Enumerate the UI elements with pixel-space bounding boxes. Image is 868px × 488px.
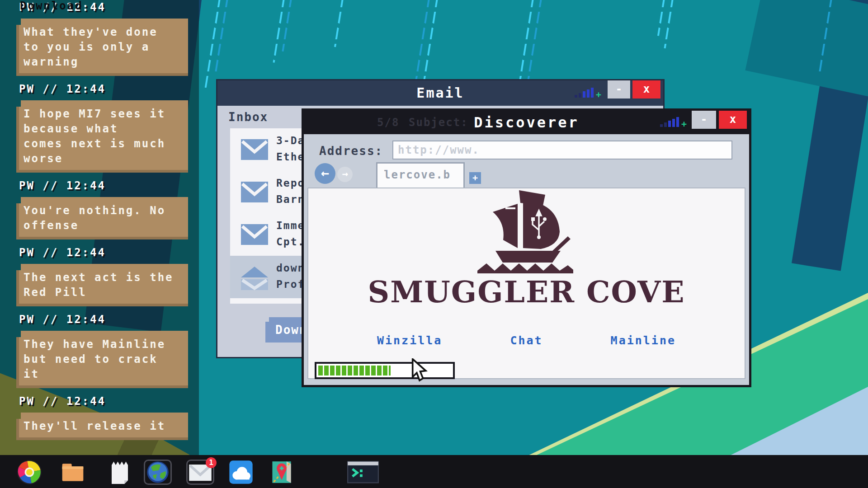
chat-message-bubble: They have Mainline but need to crack it (16, 331, 188, 388)
email-sender-text: Cpt. (276, 236, 305, 248)
chat-message-bubble: You're nothing. No offense (16, 197, 188, 239)
chat-panel: point? they have PW // 12:44DownloadWhat… (0, 0, 199, 455)
site-link-chat[interactable]: Chat (510, 334, 542, 347)
taskbar-notepad-icon[interactable] (106, 460, 134, 485)
pirate-ship-logo (475, 189, 579, 274)
chat-timestamp: PW // 12:44 (19, 394, 199, 408)
taskbar-map-icon[interactable] (268, 460, 296, 485)
mail-unread-badge: 1 (206, 457, 217, 468)
taskbar-folder-icon[interactable] (59, 460, 87, 485)
download-glitch-text: Download (20, 0, 83, 13)
browser-signal-icon: + (660, 117, 687, 127)
browser-tab[interactable]: lercove.b (376, 162, 465, 188)
chat-timestamp: PW // 12:44Download (19, 0, 199, 14)
webpage-content: SMUGGLER COVE WinzillaChatMainline (307, 188, 745, 379)
address-input[interactable] (392, 141, 732, 160)
chat-timestamp: PW // 12:44 (19, 82, 199, 96)
email-subject-text: Imme (276, 220, 305, 231)
desktop-band-dark-teal (745, 0, 868, 100)
site-link-winzilla[interactable]: Winzilla (377, 334, 442, 347)
chat-timestamp: PW // 12:44 (19, 246, 199, 259)
chat-message-bubble: The next act is the Red Pill (16, 264, 188, 306)
taskbar-mail-icon[interactable]: 1 (186, 460, 214, 485)
chat-timestamp: PW // 12:44 (19, 313, 199, 326)
site-title: SMUGGLER COVE (308, 274, 745, 310)
email-subject-ghost: Subject: (409, 116, 468, 129)
chat-timestamp: PW // 12:44 (19, 179, 199, 192)
email-signal-icon: + (575, 88, 601, 98)
email-count-ghost: 5/8 (377, 116, 399, 129)
mouse-cursor (410, 358, 429, 382)
forward-button[interactable]: → (337, 167, 353, 182)
new-tab-button[interactable]: + (469, 172, 481, 184)
chat-message-bubble: They'll release it (16, 413, 188, 440)
envelope-icon (241, 224, 268, 245)
address-label: Address: (319, 144, 383, 158)
open-envelope-icon (241, 267, 268, 290)
email-sender-text: Prof (276, 278, 305, 290)
taskbar-rainbow-browser-icon[interactable] (15, 460, 43, 485)
email-minimize-button[interactable]: - (608, 80, 630, 99)
taskbar: 1 (0, 455, 868, 488)
email-inbox-label: Inbox (228, 110, 268, 124)
email-close-button[interactable]: x (632, 80, 660, 99)
taskbar-terminal-icon[interactable] (346, 460, 380, 485)
browser-minimize-button[interactable]: - (692, 111, 716, 129)
download-progress-bar (315, 362, 455, 379)
taskbar-cloud-icon[interactable] (227, 460, 255, 485)
browser-close-button[interactable]: x (719, 111, 747, 129)
taskbar-globe-icon[interactable] (144, 460, 172, 485)
browser-window: Discoverer 5/8 Subject: + - x Address: ←… (302, 108, 751, 387)
chat-message-bubble: I hope MI7 sees it because what comes ne… (16, 100, 188, 173)
chat-message-bubble: What they've done to you is only a warni… (16, 19, 188, 76)
site-links: WinzillaChatMainline (308, 334, 745, 347)
back-button[interactable]: ← (315, 163, 335, 184)
envelope-icon (241, 139, 268, 160)
envelope-icon (241, 182, 268, 202)
site-link-mainline[interactable]: Mainline (611, 334, 676, 347)
